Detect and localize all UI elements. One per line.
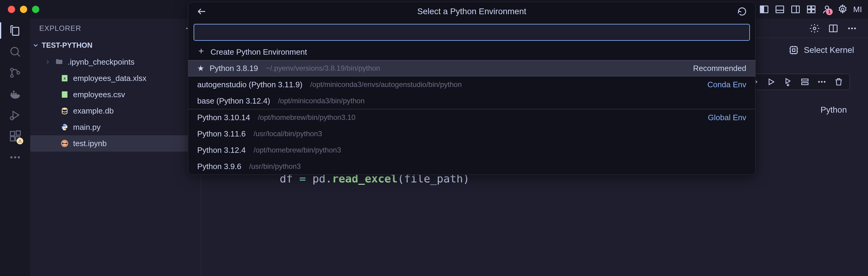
svg-point-37 [62,108,67,110]
quickpick-title: Select a Python Environment [417,7,526,16]
svg-point-31 [186,28,188,29]
svg-rect-36 [62,92,68,98]
profile-initials[interactable]: MI [853,5,862,14]
cell-language[interactable]: Python [820,105,847,115]
svg-rect-12 [12,28,19,35]
delete-cell-icon[interactable] [834,77,843,87]
quickpick-list: Create Python Environment ★ Python 3.8.1… [188,44,755,175]
search-icon[interactable] [9,45,22,58]
account-icon[interactable]: 1 [822,4,832,14]
env-name: Python 3.10.14 [197,113,250,122]
activity-bar: ⚠ [0,19,30,276]
execute-cell-icon[interactable] [766,77,776,87]
svg-marker-56 [769,79,774,85]
jupyter-icon [60,139,69,148]
file-item[interactable]: example.db [30,103,201,119]
env-name: autogenstudio (Python 3.11.9) [197,80,302,89]
more-editor-icon[interactable] [847,23,857,33]
svg-rect-2 [776,6,784,13]
file-item[interactable]: X employees_data.xlsx [30,70,201,86]
layout-right-icon[interactable] [790,4,801,14]
env-tag: Global Env [708,113,746,122]
env-tag: Recommended [693,64,746,73]
run-settings-icon[interactable] [809,23,820,33]
layout-primary-icon[interactable] [759,4,769,14]
title-actions: 1 MI [759,4,862,14]
more-icon[interactable] [9,151,22,164]
environment-item[interactable]: Python 3.12.4 /opt/homebrew/bin/python3 [188,142,755,158]
file-name: .ipynb_checkpoints [68,57,134,67]
python-icon [60,123,69,131]
settings-gear-icon[interactable] [837,4,848,14]
svg-rect-1 [760,6,764,13]
reload-icon[interactable] [737,7,747,16]
env-path: /opt/miniconda3/bin/python [278,97,365,105]
quickpick-input[interactable] [194,24,750,41]
environment-item[interactable]: ★ Python 3.8.19 ~/.pyenv/versions/3.8.19… [188,60,755,76]
env-name: Python 3.12.4 [197,146,246,155]
svg-rect-4 [792,6,800,13]
file-item[interactable]: test.ipynb [30,135,201,152]
env-path: /opt/homebrew/bin/python3.10 [258,113,355,122]
extensions-icon[interactable]: ⚠ [9,130,22,143]
minimize-window[interactable] [20,6,27,13]
layout-grid-icon[interactable] [806,4,816,14]
environment-item[interactable]: Python 3.11.6 /usr/local/bin/python3 [188,126,755,142]
xlsx-icon: X [60,74,69,83]
docker-icon[interactable] [9,88,22,100]
env-tag: Conda Env [707,80,746,89]
kernel-label: Select Kernel [804,45,854,55]
quickpick-title-row: Select a Python Environment [188,2,755,21]
folder-item[interactable]: .ipynb_checkpoints [30,54,201,70]
svg-rect-59 [802,79,808,81]
maximize-window[interactable] [32,6,39,13]
svg-point-39 [813,27,816,30]
svg-rect-9 [812,10,815,13]
split-editor-icon[interactable] [828,23,838,33]
environment-item[interactable]: Python 3.10.14 /opt/homebrew/bin/python3… [188,109,755,126]
cell-more-icon[interactable] [817,77,827,87]
window-controls [0,6,39,13]
explorer-icon[interactable] [9,24,22,37]
file-item[interactable]: main.py [30,119,201,135]
environment-item[interactable]: Python 3.9.6 /usr/bin/python3 [188,158,755,175]
notification-badge: 1 [826,8,833,15]
split-cell-icon[interactable] [800,77,810,87]
svg-rect-24 [10,131,14,135]
file-name: test.ipynb [73,139,106,148]
quickpick-input-wrap [188,21,755,44]
environment-item[interactable]: autogenstudio (Python 3.11.9) /opt/minic… [188,76,755,93]
cell-toolbar [743,74,850,90]
star-icon: ★ [197,64,204,73]
source-control-icon[interactable] [9,66,22,79]
svg-point-61 [818,81,820,83]
svg-marker-57 [786,79,790,83]
svg-rect-6 [807,6,811,9]
env-path: ~/.pyenv/versions/3.8.19/bin/python [266,64,380,72]
close-window[interactable] [8,6,15,13]
svg-rect-25 [10,137,14,141]
env-name: Python 3.11.6 [197,129,246,139]
file-item[interactable]: employees.csv [30,86,201,103]
svg-point-29 [14,156,16,158]
svg-rect-27 [16,131,21,135]
workspace-folder[interactable]: TEST-PYTHON [30,38,201,53]
layout-bottom-icon[interactable] [775,4,785,14]
env-path: /opt/miniconda3/envs/autogenstudio/bin/p… [310,80,462,89]
sidebar: EXPLORER TEST-PYTHON .ipynb_checkpoints … [30,19,201,276]
db-icon [60,106,69,115]
create-environment-item[interactable]: Create Python Environment [188,44,755,60]
plus-icon [197,47,205,57]
execute-below-icon[interactable] [783,77,793,87]
environment-item[interactable]: base (Python 3.12.4) /opt/miniconda3/bin… [188,93,755,109]
explorer-header: EXPLORER [30,19,201,38]
folder-icon [55,58,63,66]
env-name: Python 3.9.6 [197,162,241,171]
svg-rect-19 [13,93,14,94]
file-name: employees_data.xlsx [73,74,147,83]
back-arrow-icon[interactable] [196,6,207,17]
run-debug-icon[interactable] [9,109,22,121]
file-name: employees.csv [73,90,125,99]
warning-badge-icon: ⚠ [17,138,23,144]
svg-rect-20 [15,93,17,94]
